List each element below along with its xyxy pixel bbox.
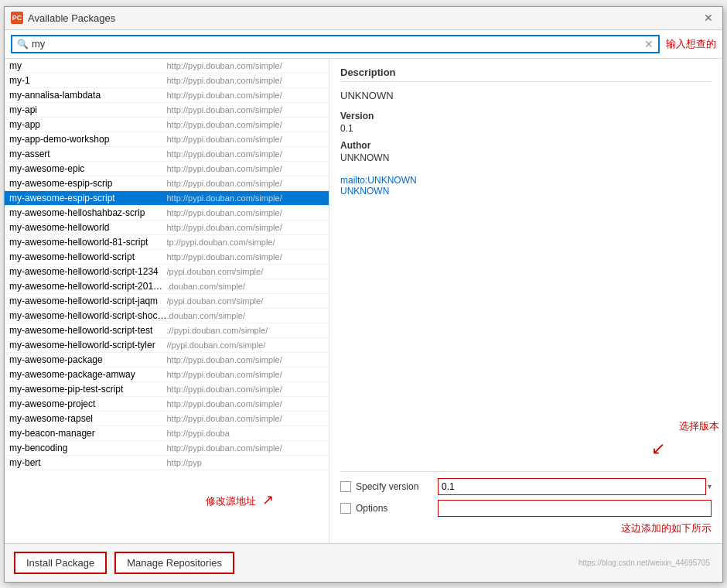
pkg-name: my-awesome-helloworld-script-1234 xyxy=(9,266,167,277)
pkg-url: http://pypi.douban.com/simple/ xyxy=(167,193,325,203)
pkg-name: my-bencoding xyxy=(9,443,167,453)
list-item[interactable]: my-awesome-helloworld-script-tyler//pypi… xyxy=(5,338,329,353)
available-packages-window: PC Available Packages ✕ 🔍 ✕ 输入想查的 myhttp… xyxy=(4,6,723,583)
pkg-url: http://pypi.douban.com/simple/ xyxy=(167,223,325,232)
list-item[interactable]: my-awesome-espip-scriphttp://pypi.douban… xyxy=(5,176,329,191)
pkg-url: http://pypi.douban.com/simple/ xyxy=(167,61,325,70)
description-title: Description xyxy=(340,67,712,82)
pkg-name: my-awesome-package xyxy=(9,354,167,365)
version-select-wrapper: ▾ xyxy=(438,478,712,495)
list-item[interactable]: my-asserthttp://pypi.douban.com/simple/ xyxy=(5,147,329,162)
pkg-name: my-beacon-manager xyxy=(9,428,167,439)
pkg-url: http://pypi.douban.com/simple/ xyxy=(167,164,325,173)
search-bar: 🔍 ✕ 输入想查的 xyxy=(5,30,722,59)
pkg-url: http://pypi.douban.com/simple/ xyxy=(167,105,325,115)
specify-version-label: Specify version xyxy=(356,481,433,492)
footer: Install Package Manage Repositories http… xyxy=(5,543,722,582)
list-item[interactable]: my-awesome-helloworld-script-shockn745.d… xyxy=(5,309,329,323)
pkg-url: ://pypi.douban.com/simple/ xyxy=(167,326,325,335)
pkg-name: my-awesome-package-amway xyxy=(9,369,167,380)
pkg-url: http://pypi.douban.com/simple/ xyxy=(167,91,325,100)
pkg-name: my-awesome-espip-scrip xyxy=(9,178,167,189)
list-item[interactable]: my-awesome-pip-test-scripthttp://pypi.do… xyxy=(5,382,329,397)
pkg-url: //pypi.douban.com/simple/ xyxy=(167,340,325,350)
list-item[interactable]: my-awesome-helloworld-script-jaqm/pypi.d… xyxy=(5,294,329,309)
pkg-url: http://pypi.douban.com/simple/ xyxy=(167,414,325,423)
pkg-url: http://pypi.douban.com/simple/ xyxy=(167,385,325,394)
list-item[interactable]: my-berthttp://pyp xyxy=(5,456,329,470)
pkg-url: http://pypi.douban.com/simple/ xyxy=(167,252,325,262)
list-item[interactable]: my-annalisa-lambdatahttp://pypi.douban.c… xyxy=(5,88,329,103)
pkg-url: http://pypi.douban.com/simple/ xyxy=(167,208,325,217)
pkg-url: .douban.com/simple/ xyxy=(167,311,325,320)
pkg-name: my-awesome-helloworld-script xyxy=(9,251,167,262)
list-item[interactable]: my-awesome-helloworld-script-20170222.do… xyxy=(5,279,329,294)
pkg-name: my-awesome-rapsel xyxy=(9,413,167,424)
search-hint-annotation: 输入想查的 xyxy=(666,37,716,51)
pkg-name: my-awesome-helloworld-81-script xyxy=(9,237,167,248)
pkg-name: my-app xyxy=(9,119,167,130)
list-item[interactable]: my-awesome-helloworld-81-scripttp://pypi… xyxy=(5,235,329,250)
pkg-name: my-app-demo-workshop xyxy=(9,134,167,145)
list-item[interactable]: my-awesome-espip-scripthttp://pypi.douba… xyxy=(5,191,329,206)
list-item[interactable]: my-apihttp://pypi.douban.com/simple/ xyxy=(5,103,329,118)
options-input[interactable] xyxy=(438,500,712,517)
list-item[interactable]: my-awesome-projecthttp://pypi.douban.com… xyxy=(5,397,329,412)
pkg-url: http://pypi.douban.com/simple/ xyxy=(167,135,325,144)
search-clear-button[interactable]: ✕ xyxy=(644,38,654,50)
desc-author-value: UNKNOWN xyxy=(340,152,712,163)
list-item[interactable]: my-awesome-helloworldhttp://pypi.douban.… xyxy=(5,220,329,235)
list-item[interactable]: my-awesome-rapselhttp://pypi.douban.com/… xyxy=(5,412,329,426)
version-arrow: ↙ xyxy=(651,439,665,459)
options-row: Options xyxy=(340,500,712,517)
manage-repositories-button[interactable]: Manage Repositories xyxy=(114,552,234,574)
install-package-button[interactable]: Install Package xyxy=(14,552,107,574)
list-item[interactable]: my-1http://pypi.douban.com/simple/ xyxy=(5,74,329,88)
description-panel: Description UNKNOWN Version 0.1 Author U… xyxy=(329,59,722,543)
pkg-name: my-awesome-helloworld-script-jaqm xyxy=(9,296,167,306)
list-item[interactable]: my-awesome-helloshahbaz-scriphttp://pypi… xyxy=(5,206,329,220)
pkg-name: my-awesome-espip-script xyxy=(9,193,167,203)
list-item[interactable]: my-awesome-packagehttp://pypi.douban.com… xyxy=(5,353,329,368)
options-label: Options xyxy=(356,503,433,514)
pkg-name: my-1 xyxy=(9,75,167,86)
specify-version-checkbox[interactable] xyxy=(340,481,351,492)
pkg-name: my xyxy=(9,60,167,71)
version-input[interactable] xyxy=(438,478,706,495)
pkg-url: .douban.com/simple/ xyxy=(167,282,325,291)
list-item[interactable]: my-awesome-helloworld-script-1234/pypi.d… xyxy=(5,265,329,279)
pkg-url: /pypi.douban.com/simple/ xyxy=(167,267,325,276)
list-item[interactable]: myhttp://pypi.douban.com/simple/ xyxy=(5,59,329,74)
desc-version-label: Version xyxy=(340,111,712,121)
list-item[interactable]: my-beacon-managerhttp://pypi.douba xyxy=(5,426,329,441)
list-item[interactable]: my-app-demo-workshophttp://pypi.douban.c… xyxy=(5,132,329,147)
pkg-name: my-api xyxy=(9,104,167,115)
pkg-url: http://pyp xyxy=(167,458,325,467)
desc-unknown-top: UNKNOWN xyxy=(340,90,712,101)
list-item[interactable]: my-apphttp://pypi.douban.com/simple/ xyxy=(5,118,329,132)
pkg-name: my-assert xyxy=(9,149,167,159)
list-item[interactable]: my-awesome-helloworld-script-test://pypi… xyxy=(5,323,329,338)
title-bar: PC Available Packages ✕ xyxy=(5,7,722,30)
add-here-annotation: 这边添加的如下所示 xyxy=(340,521,712,535)
pkg-name: my-awesome-helloworld-script-test xyxy=(9,325,167,336)
main-content: myhttp://pypi.douban.com/simple/my-1http… xyxy=(5,59,722,543)
options-checkbox[interactable] xyxy=(340,503,351,514)
list-item[interactable]: my-awesome-helloworld-scripthttp://pypi.… xyxy=(5,250,329,265)
pkg-name: my-awesome-helloworld-script-shockn745 xyxy=(9,310,167,321)
version-dropdown-arrow[interactable]: ▾ xyxy=(708,482,712,491)
pkg-url: http://pypi.douban.com/simple/ xyxy=(167,149,325,159)
list-item[interactable]: my-awesome-package-amwayhttp://pypi.doub… xyxy=(5,368,329,382)
close-button[interactable]: ✕ xyxy=(701,10,716,26)
pkg-name: my-annalisa-lambdata xyxy=(9,90,167,101)
pkg-url: tp://pypi.douban.com/simple/ xyxy=(167,238,325,247)
pkg-name: my-awesome-project xyxy=(9,398,167,409)
pkg-name: my-awesome-helloshahbaz-scrip xyxy=(9,207,167,218)
specify-version-row: Specify version ▾ xyxy=(340,478,712,495)
pkg-name: my-awesome-pip-test-script xyxy=(9,384,167,395)
pkg-url: http://pypi.douban.com/simple/ xyxy=(167,76,325,85)
list-item[interactable]: my-awesome-epichttp://pypi.douban.com/si… xyxy=(5,162,329,176)
search-input[interactable] xyxy=(32,38,644,50)
pkg-name: my-bert xyxy=(9,457,167,468)
list-item[interactable]: my-bencodinghttp://pypi.douban.com/simpl… xyxy=(5,441,329,456)
